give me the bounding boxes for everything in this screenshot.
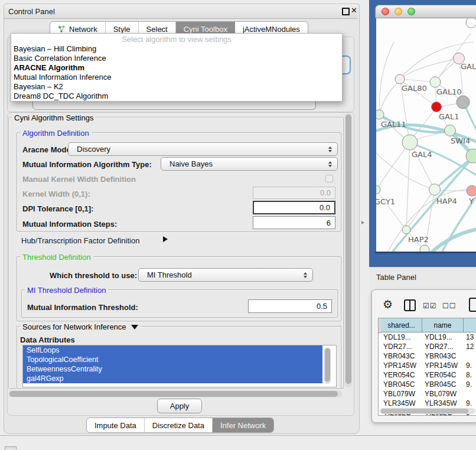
aracne-mode-combo[interactable]: Discovery [68,142,338,156]
node-bottom-partial[interactable] [420,245,429,252]
table-row[interactable]: YDL19...YDL19...13 [379,332,476,342]
apply-button[interactable]: Apply [157,399,202,413]
float-window-icon[interactable] [342,8,350,15]
algorithm-option-bayesian-hill-climbing[interactable]: Bayesian – Hill Climbing [11,44,342,54]
node-GAL1[interactable] [432,102,442,112]
manual-kernel-checkbox[interactable] [325,175,333,182]
node-HAP4[interactable] [429,184,441,195]
dpi-tolerance-field[interactable]: 0.0 [253,201,335,214]
zoom-traffic-light-icon[interactable] [407,8,415,15]
node-SWI4[interactable] [445,125,456,136]
network-edge[interactable] [393,158,472,252]
close-icon[interactable]: ✕ [351,6,357,14]
minimized-panel-icon[interactable] [5,446,17,450]
algorithm-option-aracne-algorithm[interactable]: ARACNE Algorithm [11,63,342,73]
algorithm-option-bayesian-k2[interactable]: Bayesian – K2 [11,82,342,92]
gear-icon[interactable]: ⚙ [383,298,393,311]
cyni-algorithm-settings-title: Cyni Algorithm Settings [12,113,96,122]
table-row[interactable]: YBR045CYBR045C9. [379,380,476,389]
data-attribute-item[interactable]: gal4RGexp [23,374,322,383]
column-header[interactable]: name [422,318,464,332]
network-window-shadow [375,252,476,253]
node-label-GAL4: GAL4 [412,150,432,159]
column-header[interactable] [464,318,476,332]
tab-infer-network[interactable]: Infer Network [213,418,273,432]
data-attribute-item[interactable]: TopologicalCoefficient [23,355,322,364]
network-edge[interactable] [407,191,433,229]
table-cell: YBL079W [383,390,422,398]
table-row[interactable]: YBL079WYBL079W [379,389,476,399]
sources-title-row[interactable]: Sources for Network Inference [20,322,141,331]
node-GCY1[interactable] [376,185,380,194]
network-edge[interactable] [406,145,410,228]
collapse-arrow-icon[interactable] [131,325,138,330]
table-row[interactable]: YDR27...YDR27...12 [379,342,476,351]
node-GAL4[interactable] [402,135,418,150]
algorithm-option-mutual-information-inference[interactable]: Mutual Information Inference [11,73,342,82]
table-horizontal-scrollbar[interactable] [380,408,475,414]
kernel-width-field: 0.0 [253,187,335,199]
tab-label: Infer Network [220,421,266,430]
node-HAP2[interactable] [402,226,410,234]
export-table-icon[interactable] [469,298,476,312]
table-cell: 8. [466,371,476,379]
hub-definition-label[interactable]: Hub/Transcription Factor Definition [21,236,139,245]
table-cell: YLR345W [425,399,464,407]
settings-horizontal-scrollbar[interactable] [8,390,343,397]
network-edge[interactable] [380,80,400,114]
divider-collapse-icon[interactable] [361,221,364,224]
tab-label: jActiveMNodules [243,25,300,34]
node-GAL80[interactable] [395,74,405,84]
mi-algorithm-type-combo[interactable]: Naive Bayes [161,157,338,171]
table-row[interactable]: YBR043CYBR043C [379,351,476,361]
network-window-titlebar[interactable] [375,5,476,18]
mi-steps-field[interactable]: 6 [253,216,335,229]
network-edge[interactable] [412,108,436,139]
table-row[interactable]: YPR145WYPR145W9. [379,361,476,370]
tab-label: Network [69,25,97,34]
application-window: Control Panel ✕ NetworkStyleSelectCyni T… [0,0,476,450]
tab-label: Style [113,25,131,34]
network-edge[interactable] [380,42,394,113]
table-row[interactable]: YER054CYER054C8. [379,370,476,380]
node-top-partial[interactable] [466,18,476,28]
expand-arrow-icon[interactable] [163,236,168,242]
mi-threshold-field[interactable]: 0.5 [248,299,332,313]
column-header[interactable]: shared... [381,318,422,332]
select-all-columns-icon[interactable]: ☑☑ [423,302,437,310]
network-edge[interactable] [401,79,435,82]
algorithm-option-basic-correlation-inference[interactable]: Basic Correlation Inference [11,54,342,63]
table-cell: YBR045C [383,380,422,389]
deselect-all-columns-icon[interactable]: ☐☐ [442,302,457,310]
node-label-GAL10: GAL10 [436,87,462,96]
mi-threshold-group-title: MI Threshold Definition [25,286,108,295]
control-panel-title: Control Panel [8,7,55,16]
minimize-traffic-light-icon[interactable] [395,8,402,15]
list-scrollbar[interactable] [324,347,331,384]
mi-algorithm-type-label: Mutual Information Algorithm Type: [22,160,152,169]
which-threshold-combo[interactable]: MI Threshold [138,268,313,282]
node-GAL10[interactable] [430,77,441,87]
algorithm-option-dream8-dc-tdc-algorithm[interactable]: Dream8 DC_TDC Algorithm [11,92,342,101]
node-gray[interactable] [457,96,470,109]
which-threshold-value: MI Threshold [147,270,192,279]
network-edge[interactable] [377,191,405,229]
data-attribute-item[interactable]: BetweennessCentrality [23,364,322,374]
node-Y[interactable] [467,185,476,196]
tab-impute-data[interactable]: Impute Data [87,418,145,432]
table-cell: YDR27... [383,343,422,351]
bottom-divider [0,435,476,436]
table-row[interactable]: YLR345WYLR345W9. [379,399,476,408]
node-GAL11[interactable] [376,110,384,119]
column-view-icon[interactable] [404,299,416,311]
network-canvas[interactable]: GALGAL80GAL10GAL1SWI4GAL11GAL4GCY1HAP4YH… [376,18,476,252]
node-label-SWI4: SWI4 [451,136,470,145]
close-traffic-light-icon[interactable] [382,8,389,15]
settings-vertical-scrollbar[interactable] [344,113,352,387]
node-table: shared...name YDL19...YDL19...13YDR27...… [378,318,476,416]
table-cell: 9. [466,399,476,407]
tab-discretize-data[interactable]: Discretize Data [145,418,213,432]
data-attribute-item[interactable]: SelfLoops [23,345,322,355]
node-label-GCY1: GCY1 [376,197,395,206]
network-edge[interactable] [377,144,408,188]
